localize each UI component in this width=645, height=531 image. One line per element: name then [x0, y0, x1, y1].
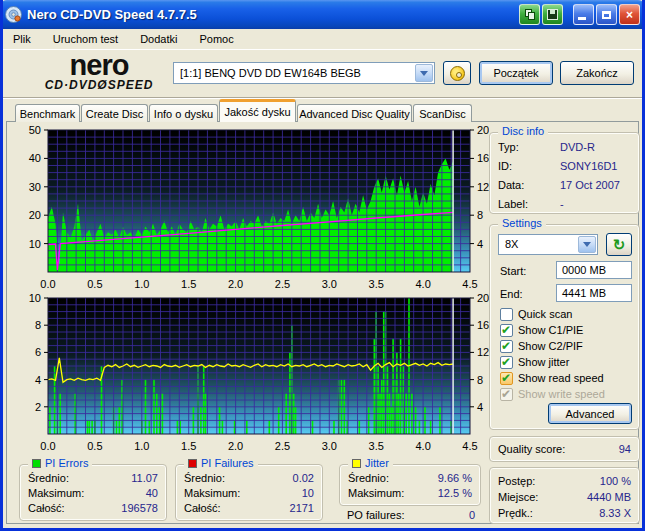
close-icon: × [626, 8, 633, 22]
checkbox-box[interactable] [500, 324, 513, 337]
field-label: Typ: [498, 141, 519, 153]
svg-text:4: 4 [35, 374, 41, 386]
tab-label: ScanDisc [419, 108, 465, 120]
drive-select-arrow[interactable] [415, 64, 433, 82]
app-icon [5, 6, 22, 23]
minimize-button[interactable] [573, 4, 594, 25]
checkbox-box[interactable] [500, 356, 513, 369]
menu-uruchom-test[interactable]: Uruchom test [50, 31, 121, 47]
jitter-panel: Jitter Średnio:9.66 % Maksimum:12.5 % [339, 464, 481, 506]
svg-text:4.5: 4.5 [462, 440, 477, 452]
checkbox-label: Show read speed [518, 372, 604, 384]
stat-label: Maksimum: [184, 487, 240, 499]
menu-pomoc[interactable]: Pomoc [196, 31, 236, 47]
field-label: Label: [498, 198, 528, 210]
stat-value: 40 [146, 487, 158, 499]
svg-text:8: 8 [477, 209, 483, 221]
close-button[interactable]: × [619, 4, 640, 25]
checkbox-quick-scan[interactable]: Quick scan [500, 307, 572, 321]
svg-text:20: 20 [477, 126, 489, 136]
advanced-button[interactable]: Advanced [548, 403, 632, 424]
copy-button[interactable] [519, 4, 540, 25]
svg-text:12: 12 [477, 346, 489, 358]
disc-info-title: Disc info [498, 125, 548, 137]
checkbox-box[interactable] [500, 372, 513, 385]
chevron-down-icon [583, 242, 591, 247]
jitter-panel-title: Jitter [348, 457, 393, 469]
speed-select-arrow[interactable] [578, 236, 596, 253]
svg-text:3.0: 3.0 [322, 278, 337, 290]
speed-select[interactable]: 8X [498, 234, 598, 255]
stat-label: Maksimum: [28, 487, 84, 499]
checkbox-box[interactable] [500, 340, 513, 353]
checkbox-show-c1-pie[interactable]: Show C1/PIE [500, 323, 583, 337]
svg-text:50: 50 [29, 126, 41, 136]
stat-value: 2171 [290, 502, 314, 514]
header-bar: nero CD·DVDØSPEED [1:1] BENQ DVD DD EW16… [3, 50, 642, 98]
save-button[interactable] [542, 4, 563, 25]
checkbox-box[interactable] [500, 308, 513, 321]
svg-text:2.0: 2.0 [228, 278, 243, 290]
logo-text-bottom: CD·DVDØSPEED [23, 78, 175, 92]
speed-value: 8.33 X [599, 507, 631, 519]
stat-value: 12.5 % [438, 487, 472, 499]
svg-text:16: 16 [477, 319, 489, 331]
tab-label: Benchmark [20, 108, 76, 120]
start-button[interactable]: Początek [479, 61, 553, 85]
title-bar[interactable]: Nero CD-DVD Speed 4.7.7.5 × [0, 0, 645, 29]
eject-button[interactable] [443, 61, 471, 85]
svg-text:1.5: 1.5 [181, 278, 196, 290]
save-icon [547, 9, 558, 20]
po-failures-label: PO failures: [347, 509, 404, 521]
svg-text:40: 40 [29, 152, 41, 164]
disc-info-panel: Disc info Typ:DVD-R ID:SONY16D1 Data:17 … [489, 132, 640, 214]
po-failures-value: 0 [469, 509, 475, 521]
maximize-icon [602, 11, 611, 19]
svg-text:2.5: 2.5 [275, 440, 290, 452]
svg-text:8: 8 [35, 319, 41, 331]
stat-label: Całość: [28, 502, 65, 514]
tab-scandisc[interactable]: ScanDisc [413, 104, 472, 122]
start-button-label: Początek [493, 67, 538, 79]
field-value: SONY16D1 [560, 160, 617, 172]
svg-text:2.0: 2.0 [228, 440, 243, 452]
checkbox-show-c2-pif[interactable]: Show C2/PIF [500, 339, 583, 353]
menu-dodatki[interactable]: Dodatki [137, 31, 180, 47]
stop-button[interactable]: Zakończ [560, 61, 634, 85]
capacity-label: Miejsce: [498, 491, 538, 503]
advanced-button-label: Advanced [566, 408, 615, 420]
checkbox-show-jitter[interactable]: Show jitter [500, 355, 569, 369]
field-label: Data: [498, 179, 524, 191]
maximize-button[interactable] [596, 4, 617, 25]
tab-label: Advanced Disc Quality [299, 108, 410, 120]
svg-text:0.0: 0.0 [40, 440, 55, 452]
checkbox-show-read-speed[interactable]: Show read speed [500, 371, 604, 385]
svg-text:20: 20 [29, 209, 41, 221]
svg-text:2: 2 [35, 401, 41, 413]
drive-select-value: [1:1] BENQ DVD DD EW164B BEGB [180, 67, 361, 79]
tab-label: Create Disc [86, 108, 143, 120]
field-label: ID: [498, 160, 512, 172]
tab-advanced-disc-quality[interactable]: Advanced Disc Quality [297, 104, 412, 122]
progress-label: Postęp: [498, 475, 535, 487]
start-field[interactable]: 0000 MB [556, 261, 632, 279]
drive-select[interactable]: [1:1] BENQ DVD DD EW164B BEGB [173, 62, 435, 84]
refresh-button[interactable]: ↻ [606, 233, 632, 256]
tab-jakosc-dysku[interactable]: Jakość dysku [219, 99, 296, 122]
tab-benchmark[interactable]: Benchmark [15, 104, 80, 122]
tab-create-disc[interactable]: Create Disc [81, 104, 148, 122]
checkbox-label: Show C2/PIF [518, 340, 583, 352]
tab-info-o-dysku[interactable]: Info o dysku [149, 104, 218, 122]
menu-plik[interactable]: Plik [10, 31, 34, 47]
svg-text:12: 12 [477, 181, 489, 193]
checkbox-label: Show jitter [518, 356, 569, 368]
pi-failures-panel-title: PI Failures [184, 457, 258, 469]
start-field-value: 0000 MB [562, 264, 606, 276]
red-marker-icon [188, 459, 197, 468]
end-field[interactable]: 4441 MB [556, 284, 632, 302]
svg-text:4.0: 4.0 [415, 440, 430, 452]
svg-text:20: 20 [477, 294, 489, 304]
pi-failures-jitter-chart: 0.00.51.01.52.02.53.03.54.04.52468104812… [11, 294, 489, 460]
po-failures-row: PO failures: 0 [347, 509, 475, 523]
stat-label: Średnio: [348, 472, 389, 484]
